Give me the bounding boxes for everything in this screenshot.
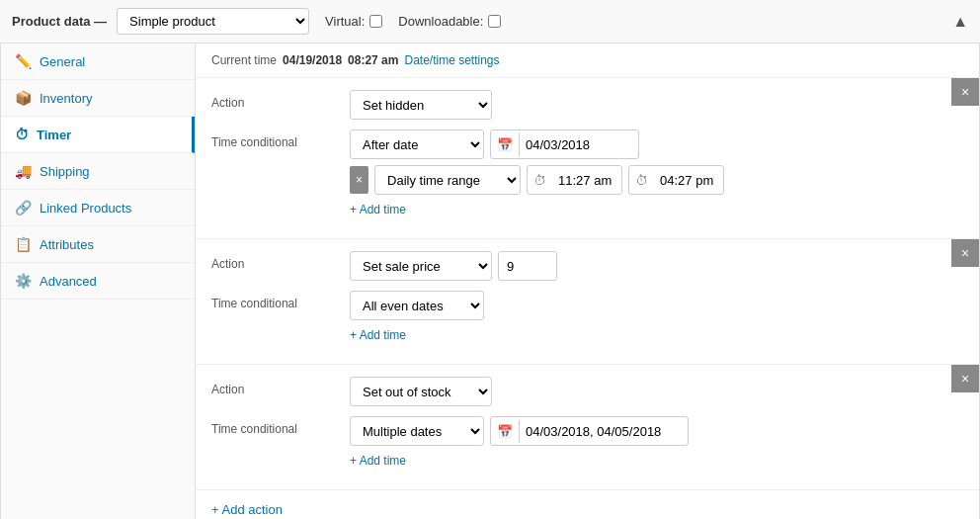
sidebar-item-label-shipping: Shipping	[40, 164, 90, 179]
action-controls-3: Set hidden Set visible Set sale price Se…	[350, 377, 963, 406]
time-conditional-label-1: Time conditional	[211, 130, 350, 149]
current-time-value: 08:27 am	[348, 53, 398, 67]
time-conditional-row-2: Time conditional After date Before date …	[211, 291, 963, 342]
close-block-3-button[interactable]: ×	[951, 365, 979, 392]
action-select-2[interactable]: Set hidden Set visible Set sale price Se…	[350, 251, 492, 281]
current-time-label: Current time	[211, 53, 277, 67]
sidebar-item-shipping[interactable]: 🚚 Shipping	[1, 153, 195, 190]
time-start-input[interactable]	[552, 169, 621, 192]
action-controls-1: Set hidden Set visible Set sale price Se…	[350, 90, 963, 120]
current-date-value: 04/19/2018	[283, 53, 342, 67]
action-label-2: Action	[211, 251, 350, 271]
action-controls-2: Set hidden Set visible Set sale price Se…	[350, 251, 963, 281]
virtual-label: Virtual:	[325, 14, 365, 29]
sidebar-item-timer[interactable]: ⏱ Timer	[1, 117, 195, 153]
sidebar-item-advanced[interactable]: ⚙️ Advanced	[1, 263, 195, 300]
time-conditional-controls-3: After date Before date On date All even …	[350, 416, 963, 468]
datetime-settings-link[interactable]: Date/time settings	[404, 53, 499, 67]
time-range-selector[interactable]: Daily time range All even dates Multiple…	[374, 165, 521, 195]
time-conditional-row-1: Time conditional After date Before date …	[211, 130, 963, 216]
time-conditional-controls-2: After date Before date On date All even …	[350, 291, 963, 342]
calendar-icon-3: 📅	[491, 420, 520, 443]
action-select-3[interactable]: Set hidden Set visible Set sale price Se…	[350, 377, 492, 406]
link-icon: 🔗	[15, 200, 32, 216]
product-type-select[interactable]: Simple product Variable product Grouped …	[117, 8, 309, 35]
date-selector-1[interactable]: After date Before date On date All even …	[350, 130, 484, 159]
action-row-1: Action Set hidden Set visible Set sale p…	[211, 90, 963, 120]
action-block-1: × Action Set hidden Set visible Set sale…	[196, 78, 979, 239]
even-dates-selector[interactable]: After date Before date On date All even …	[350, 291, 484, 320]
product-data-header: Product data — Simple product Variable p…	[0, 0, 980, 43]
sidebar-item-label-linked-products: Linked Products	[40, 201, 131, 216]
action-label-3: Action	[211, 377, 350, 396]
time-conditional-label-2: Time conditional	[211, 291, 350, 310]
date-input-1[interactable]	[520, 133, 638, 156]
attributes-icon: 📋	[15, 236, 32, 252]
even-dates-row: After date Before date On date All even …	[350, 291, 484, 320]
downloadable-label: Downloadable:	[398, 14, 483, 29]
date-input-group-1: 📅	[490, 130, 639, 159]
clock-icon-start: ⏱	[528, 169, 552, 192]
product-data-title: Product data —	[12, 14, 107, 29]
collapse-button[interactable]: ▲	[952, 13, 968, 31]
sidebar-item-label-general: General	[40, 54, 85, 69]
clock-icon-end: ⏱	[629, 169, 654, 192]
add-time-link-3[interactable]: + Add time	[350, 454, 406, 468]
date-condition-row: After date Before date On date All even …	[350, 130, 639, 159]
action-block-3: × Action Set hidden Set visible Set sale…	[196, 365, 979, 490]
action-row-3: Action Set hidden Set visible Set sale p…	[211, 377, 963, 406]
content-area: Current time 04/19/2018 08:27 am Date/ti…	[196, 43, 979, 519]
time-conditional-controls-1: After date Before date On date All even …	[350, 130, 963, 216]
pencil-icon: ✏️	[15, 53, 32, 69]
sidebar-item-label-inventory: Inventory	[40, 91, 92, 106]
sidebar-item-linked-products[interactable]: 🔗 Linked Products	[1, 190, 195, 226]
sidebar-item-inventory[interactable]: 📦 Inventory	[1, 80, 195, 117]
remove-time-range-button[interactable]: ×	[350, 166, 368, 194]
action-label-1: Action	[211, 90, 350, 110]
advanced-icon: ⚙️	[15, 273, 32, 289]
time-conditional-label-3: Time conditional	[211, 416, 350, 436]
main-container: ✏️ General 📦 Inventory ⏱ Timer 🚚 Shippin…	[0, 43, 980, 519]
time-end-input[interactable]	[654, 169, 723, 192]
current-time-bar: Current time 04/19/2018 08:27 am Date/ti…	[196, 43, 979, 78]
sale-price-input[interactable]	[498, 251, 557, 281]
timer-icon: ⏱	[15, 127, 29, 142]
sidebar-item-label-attributes: Attributes	[40, 237, 94, 252]
multiple-dates-input-group: 📅	[490, 416, 689, 446]
time-range-row: × Daily time range All even dates Multip…	[350, 165, 724, 195]
time-end-group: ⏱	[628, 165, 724, 195]
add-time-link-1[interactable]: + Add time	[350, 203, 406, 216]
downloadable-checkbox[interactable]	[488, 15, 501, 28]
sidebar-item-label-advanced: Advanced	[40, 274, 97, 289]
sidebar-item-general[interactable]: ✏️ General	[1, 43, 195, 80]
virtual-checkbox[interactable]	[369, 15, 382, 28]
multiple-dates-selector[interactable]: After date Before date On date All even …	[350, 416, 484, 446]
sidebar: ✏️ General 📦 Inventory ⏱ Timer 🚚 Shippin…	[1, 43, 196, 519]
downloadable-group: Downloadable:	[398, 14, 501, 29]
shipping-icon: 🚚	[15, 163, 32, 179]
sidebar-item-label-timer: Timer	[37, 128, 71, 142]
time-start-group: ⏱	[527, 165, 622, 195]
add-time-link-2[interactable]: + Add time	[350, 328, 406, 342]
inventory-icon: 📦	[15, 90, 32, 106]
virtual-group: Virtual:	[325, 14, 382, 29]
sidebar-item-attributes[interactable]: 📋 Attributes	[1, 226, 195, 263]
multiple-dates-input[interactable]	[520, 420, 688, 443]
add-action-link[interactable]: + Add action	[196, 490, 298, 519]
action-block-2: × Action Set hidden Set visible Set sale…	[196, 239, 979, 365]
action-row-2: Action Set hidden Set visible Set sale p…	[211, 251, 963, 281]
calendar-icon-1: 📅	[491, 133, 520, 156]
action-select-1[interactable]: Set hidden Set visible Set sale price Se…	[350, 90, 492, 120]
time-conditional-row-3: Time conditional After date Before date …	[211, 416, 963, 468]
close-block-1-button[interactable]: ×	[951, 78, 979, 106]
close-block-2-button[interactable]: ×	[951, 239, 979, 267]
multiple-dates-row: After date Before date On date All even …	[350, 416, 689, 446]
